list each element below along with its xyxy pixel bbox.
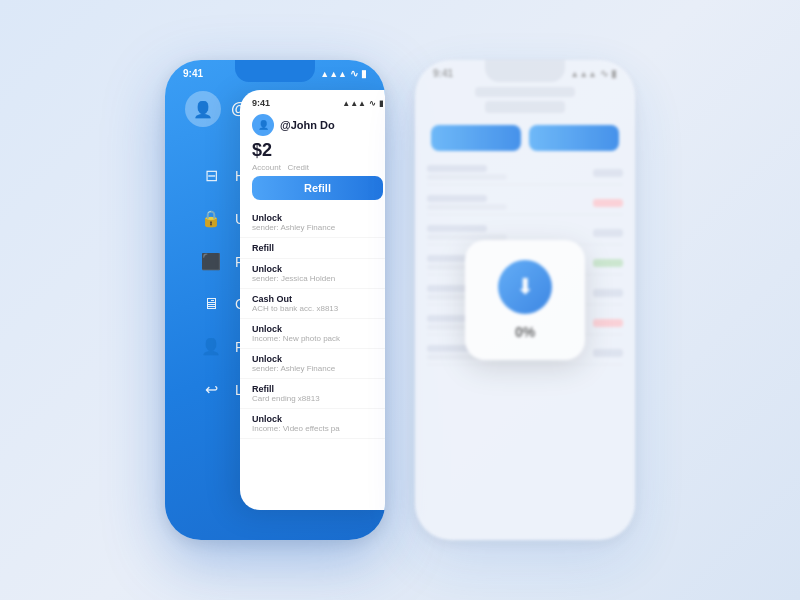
- row-value: [593, 349, 623, 357]
- transaction-sub: Income: New photo pack: [252, 334, 383, 343]
- transaction-sub: Card ending x8813: [252, 394, 383, 403]
- overlay-user-name: @John Do: [280, 119, 335, 131]
- phone-notch-right: [485, 60, 565, 82]
- right-balance: [485, 101, 565, 113]
- avatar-icon: 👤: [193, 100, 213, 119]
- signal-icon-right: ▲▲▲: [570, 69, 597, 79]
- wifi-icon: ∿: [350, 68, 358, 79]
- right-action-buttons: [415, 125, 635, 161]
- time-right: 9:41: [433, 68, 453, 79]
- refill-icon: ⬛: [201, 252, 221, 271]
- row-value: [593, 229, 623, 237]
- download-icon: ⬇: [516, 274, 534, 300]
- battery-icon-right: ▮: [611, 68, 617, 79]
- list-item: Unlock Income: Video effects pa: [240, 409, 385, 439]
- right-button-2[interactable]: [529, 125, 619, 151]
- transaction-sub: sender: Jessica Holden: [252, 274, 383, 283]
- list-item: Refill: [240, 238, 385, 259]
- row-value: [593, 259, 623, 267]
- left-phone: 9:41 ▲▲▲ ∿ ▮ 👤 @John Doe ⊟ History 🔒 Unl…: [165, 60, 385, 540]
- lock-icon: 🔒: [201, 209, 221, 228]
- row-title: [427, 195, 487, 202]
- avatar: 👤: [185, 91, 221, 127]
- battery-icon: ▮: [361, 68, 367, 79]
- list-item: Refill Card ending x8813: [240, 379, 385, 409]
- download-modal: ⬇ 0%: [465, 240, 585, 360]
- right-button-1[interactable]: [431, 125, 521, 151]
- row-title: [427, 225, 487, 232]
- history-icon: ⊟: [201, 166, 221, 185]
- transaction-title: Cash Out: [252, 294, 383, 304]
- logout-icon: ↩: [201, 380, 221, 399]
- row-value: [593, 169, 623, 177]
- overlay-avatar-icon: 👤: [258, 120, 269, 130]
- status-icons-right: ▲▲▲ ∿ ▮: [570, 68, 617, 79]
- row-left: [427, 195, 507, 210]
- overlay-header: 👤 @John Do: [240, 108, 385, 140]
- list-item: Cash Out ACH to bank acc. x8813: [240, 289, 385, 319]
- transaction-title: Unlock: [252, 414, 383, 424]
- row-title: [427, 165, 487, 172]
- row-left: [427, 165, 507, 180]
- wifi-icon-right: ∿: [600, 68, 608, 79]
- list-item: Unlock Income: New photo pack: [240, 319, 385, 349]
- transaction-title: Unlock: [252, 354, 383, 364]
- row-sub: [427, 204, 507, 210]
- row-left: [427, 225, 507, 240]
- transaction-sub: sender: Ashley Finance: [252, 364, 383, 373]
- overlay-status-icons: ▲▲▲ ∿ ▮: [342, 98, 383, 108]
- overlay-account-label: Account Credit: [240, 163, 385, 176]
- overlay-signal-icon: ▲▲▲: [342, 99, 366, 108]
- transaction-title: Unlock: [252, 264, 383, 274]
- row-value: [593, 319, 623, 327]
- signal-bars-icon: ▲▲▲: [320, 69, 347, 79]
- transaction-title: Refill: [252, 243, 383, 253]
- overlay-avatar: 👤: [252, 114, 274, 136]
- transaction-title: Unlock: [252, 324, 383, 334]
- phone-notch: [235, 60, 315, 82]
- download-icon-circle: ⬇: [498, 260, 552, 314]
- status-icons-left: ▲▲▲ ∿ ▮: [320, 68, 367, 79]
- overlay-time: 9:41: [252, 98, 270, 108]
- download-percent: 0%: [515, 324, 535, 340]
- profile-icon: 👤: [201, 337, 221, 356]
- refill-button[interactable]: Refill: [252, 176, 383, 200]
- table-row: [427, 191, 623, 215]
- transaction-sub: ACH to bank acc. x8813: [252, 304, 383, 313]
- right-phone: 9:41 ▲▲▲ ∿ ▮: [415, 60, 635, 540]
- time-left: 9:41: [183, 68, 203, 79]
- overlay-status-bar: 9:41 ▲▲▲ ∿ ▮: [240, 90, 385, 108]
- overlay-battery-icon: ▮: [379, 99, 383, 108]
- transaction-title: Refill: [252, 384, 383, 394]
- right-account-title: [475, 87, 575, 97]
- list-item: Unlock sender: Ashley Finance: [240, 349, 385, 379]
- right-header: [415, 79, 635, 125]
- transaction-sub: Income: Video effects pa: [252, 424, 383, 433]
- table-row: [427, 161, 623, 185]
- list-item: Unlock sender: Jessica Holden: [240, 259, 385, 289]
- overlay-transaction-list: Unlock sender: Ashley Finance Refill Unl…: [240, 208, 385, 510]
- list-item: Unlock sender: Ashley Finance: [240, 208, 385, 238]
- row-sub: [427, 174, 507, 180]
- overlay-card: 9:41 ▲▲▲ ∿ ▮ 👤 @John Do $2 Account Credi…: [240, 90, 385, 510]
- overlay-amount: $2: [240, 140, 385, 163]
- transaction-sub: sender: Ashley Finance: [252, 223, 383, 232]
- overlay-wifi-icon: ∿: [369, 99, 376, 108]
- row-value: [593, 199, 623, 207]
- cashout-icon: 🖥: [201, 295, 221, 313]
- transaction-title: Unlock: [252, 213, 383, 223]
- row-value: [593, 289, 623, 297]
